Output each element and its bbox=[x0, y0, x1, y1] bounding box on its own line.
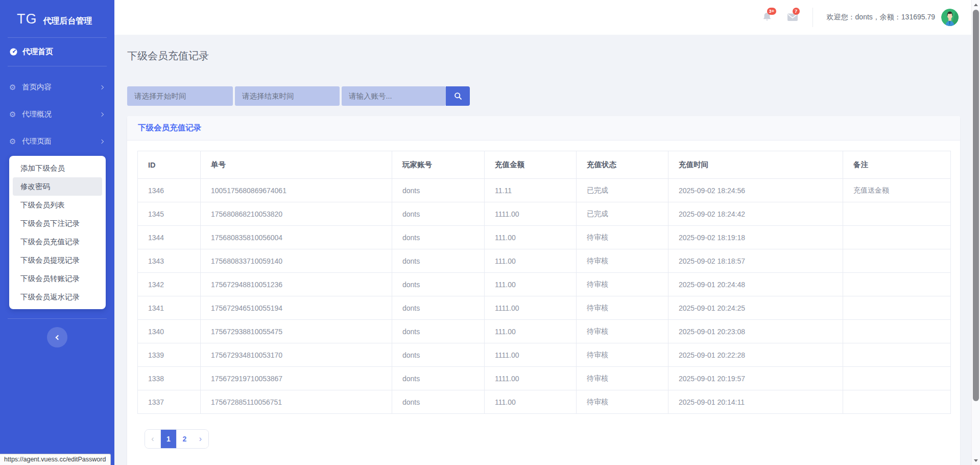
table-row: 1339175672934810053170donts1111.00待审核202… bbox=[138, 343, 951, 367]
cell-remark bbox=[843, 249, 951, 273]
cell-remark bbox=[843, 226, 951, 249]
vertical-scrollbar[interactable] bbox=[971, 0, 980, 465]
table-header-row: ID单号玩家账号充值金额充值状态充值时间备注 bbox=[138, 151, 951, 179]
pagination-page-1[interactable]: 1 bbox=[161, 430, 177, 448]
app-title: 代理后台管理 bbox=[43, 16, 92, 27]
cell-time: 2025-09-01 20:24:25 bbox=[668, 296, 843, 320]
column-header: 玩家账号 bbox=[392, 151, 485, 179]
cell-player-account: donts bbox=[392, 296, 485, 320]
cell-remark bbox=[843, 390, 951, 414]
submenu-item-下级会员下注记录[interactable]: 下级会员下注记录 bbox=[13, 214, 102, 232]
recharge-records-table: ID单号玩家账号充值金额充值状态充值时间备注 13461005175680869… bbox=[137, 151, 951, 414]
messages-button[interactable]: 7 bbox=[787, 11, 799, 24]
search-button[interactable] bbox=[446, 86, 470, 106]
cell-time: 2025-09-02 18:24:42 bbox=[668, 202, 843, 226]
cell-order-no: 175672938810055475 bbox=[201, 320, 392, 343]
sidebar-item-label: 代理首页 bbox=[22, 47, 53, 57]
cell-time: 2025-09-02 18:18:57 bbox=[668, 249, 843, 273]
cell-remark bbox=[843, 273, 951, 296]
table-row: 13461005175680869674061donts11.11已完成2025… bbox=[138, 179, 951, 202]
records-card: 下级会员充值记录 ID单号玩家账号充值金额充值状态充值时间备注 13461005… bbox=[127, 116, 960, 465]
submenu-item-下级会员转账记录[interactable]: 下级会员转账记录 bbox=[13, 269, 102, 288]
cell-id: 1346 bbox=[138, 179, 201, 202]
cell-amount: 1111.00 bbox=[485, 202, 577, 226]
cell-id: 1337 bbox=[138, 390, 201, 414]
cell-remark bbox=[843, 202, 951, 226]
cell-order-no: 1005175680869674061 bbox=[201, 179, 392, 202]
cell-remark bbox=[843, 367, 951, 390]
submenu-item-添加下级会员[interactable]: 添加下级会员 bbox=[13, 159, 102, 177]
cell-order-no: 175672948810051236 bbox=[201, 273, 392, 296]
submenu-item-下级会员列表[interactable]: 下级会员列表 bbox=[13, 196, 102, 214]
sidebar-group-代理概况[interactable]: ⚙代理概况 bbox=[0, 101, 114, 128]
column-header: 单号 bbox=[201, 151, 392, 179]
cell-player-account: donts bbox=[392, 367, 485, 390]
cell-remark bbox=[843, 296, 951, 320]
cell-time: 2025-09-02 18:19:18 bbox=[668, 226, 843, 249]
cell-status: 待审核 bbox=[577, 320, 668, 343]
gear-icon: ⚙ bbox=[9, 83, 18, 91]
sidebar-collapse-button[interactable] bbox=[47, 327, 67, 347]
messages-badge: 7 bbox=[793, 8, 800, 15]
submenu-item-修改密码[interactable]: 修改密码 bbox=[13, 177, 102, 196]
sidebar-divider bbox=[8, 66, 107, 66]
topbar: 3+ 7 欢迎您：donts，余额：131695.79 bbox=[114, 0, 980, 35]
topbar-divider bbox=[812, 8, 813, 27]
link-preview-statusbar: https://agent.vuess.cc/editPassword bbox=[0, 454, 111, 465]
gear-icon: ⚙ bbox=[9, 110, 18, 118]
cell-player-account: donts bbox=[392, 179, 485, 202]
cell-status: 待审核 bbox=[577, 367, 668, 390]
cell-status: 待审核 bbox=[577, 296, 668, 320]
chevron-right-icon bbox=[100, 139, 104, 143]
cell-id: 1341 bbox=[138, 296, 201, 320]
column-header: 充值时间 bbox=[668, 151, 843, 179]
cell-time: 2025-09-01 20:24:48 bbox=[668, 273, 843, 296]
scrollbar-down-arrow[interactable] bbox=[972, 456, 980, 464]
sidebar: TG 代理后台管理 代理首页 ⚙首页内容⚙代理概况⚙代理页面 添加下级会员修改密… bbox=[0, 0, 114, 465]
card-body: ID单号玩家账号充值金额充值状态充值时间备注 13461005175680869… bbox=[127, 141, 960, 449]
cell-player-account: donts bbox=[392, 226, 485, 249]
cell-remark: 充值送金额 bbox=[843, 179, 951, 202]
cell-order-no: 175680868210053820 bbox=[201, 202, 392, 226]
cell-id: 1344 bbox=[138, 226, 201, 249]
cell-player-account: donts bbox=[392, 390, 485, 414]
cell-order-no: 175672919710053867 bbox=[201, 367, 392, 390]
pagination: ‹ 12 › bbox=[145, 429, 209, 449]
cell-status: 待审核 bbox=[577, 343, 668, 367]
sidebar-item-agent-home[interactable]: 代理首页 bbox=[0, 38, 114, 66]
cell-id: 1342 bbox=[138, 273, 201, 296]
cell-time: 2025-09-01 20:23:08 bbox=[668, 320, 843, 343]
cell-amount: 1111.00 bbox=[485, 296, 577, 320]
account-input[interactable] bbox=[342, 86, 446, 106]
column-header: 充值金额 bbox=[485, 151, 577, 179]
cell-status: 待审核 bbox=[577, 249, 668, 273]
chevron-right-icon bbox=[100, 85, 104, 89]
cell-order-no: 175672885110056751 bbox=[201, 390, 392, 414]
pagination-page-2[interactable]: 2 bbox=[177, 430, 193, 448]
submenu-item-下级会员返水记录[interactable]: 下级会员返水记录 bbox=[13, 288, 102, 306]
pagination-prev-button[interactable]: ‹ bbox=[145, 430, 161, 448]
column-header: ID bbox=[138, 151, 201, 179]
start-time-input[interactable] bbox=[127, 86, 233, 106]
page-title: 下级会员充值记录 bbox=[127, 49, 980, 63]
sidebar-group-首页内容[interactable]: ⚙首页内容 bbox=[0, 74, 114, 101]
cell-time: 2025-09-01 20:22:28 bbox=[668, 343, 843, 367]
end-time-input[interactable] bbox=[235, 86, 340, 106]
notification-bell-button[interactable]: 3+ bbox=[761, 11, 774, 24]
scrollbar-thumb[interactable] bbox=[973, 10, 979, 401]
card-title: 下级会员充值记录 bbox=[138, 123, 201, 133]
cell-id: 1345 bbox=[138, 202, 201, 226]
submenu-item-下级会员充值记录[interactable]: 下级会员充值记录 bbox=[13, 232, 102, 251]
sidebar-nav-groups: ⚙首页内容⚙代理概况⚙代理页面 bbox=[0, 74, 114, 155]
avatar[interactable] bbox=[941, 9, 959, 26]
cell-amount: 111.00 bbox=[485, 390, 577, 414]
submenu-item-下级会员提现记录[interactable]: 下级会员提现记录 bbox=[13, 251, 102, 269]
cell-id: 1339 bbox=[138, 343, 201, 367]
sidebar-group-代理页面[interactable]: ⚙代理页面 bbox=[0, 128, 114, 155]
scrollbar-up-arrow[interactable] bbox=[972, 1, 980, 9]
card-header: 下级会员充值记录 bbox=[127, 116, 960, 141]
search-toolbar bbox=[127, 86, 980, 106]
pagination-next-button[interactable]: › bbox=[193, 430, 208, 448]
logo: TG 代理后台管理 bbox=[0, 0, 114, 27]
cell-status: 已完成 bbox=[577, 179, 668, 202]
